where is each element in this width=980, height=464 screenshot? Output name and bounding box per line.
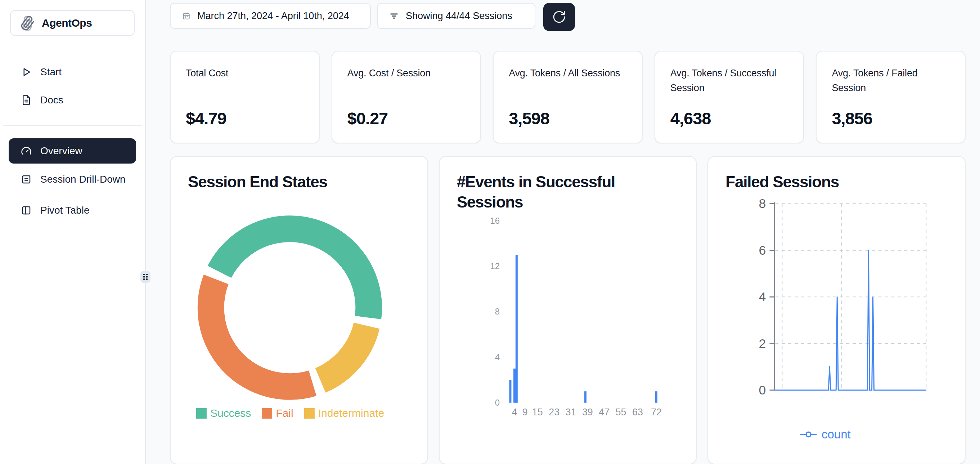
sidebar-item-docs[interactable]: Docs — [6, 90, 139, 110]
svg-text:72: 72 — [651, 407, 662, 418]
svg-text:15: 15 — [532, 407, 543, 418]
sidebar-item-start[interactable]: Start — [6, 62, 139, 82]
stat-card-avg-cost-session: Avg. Cost / Session $0.27 — [332, 51, 481, 144]
count-legend-label: count — [822, 427, 851, 441]
sidebar-resize-handle[interactable] — [140, 271, 151, 283]
sidebar: AgentOps Start Docs — [0, 0, 146, 464]
refresh-button[interactable] — [543, 3, 575, 31]
legend-item-success: Success — [196, 407, 251, 419]
file-text-icon — [21, 95, 32, 105]
events-histogram-card: #Events in Successful Sessions 048121649… — [439, 156, 697, 464]
donut-legend: Success Fail Indeterminate — [196, 407, 384, 419]
svg-text:0: 0 — [759, 383, 766, 397]
legend-item-fail: Fail — [262, 407, 293, 419]
donut-segment-fail — [198, 274, 317, 400]
svg-text:55: 55 — [615, 407, 626, 418]
sidebar-item-overview[interactable]: Overview — [9, 138, 136, 164]
point-marker-icon — [800, 431, 817, 438]
calendar-icon — [182, 12, 191, 20]
stat-card-avg-tokens-successful: Avg. Tokens / Successful Session 4,638 — [654, 51, 804, 144]
sidebar-item-label: Start — [40, 66, 62, 78]
stat-value: 4,638 — [670, 108, 789, 128]
stat-card-avg-tokens-all: Avg. Tokens / All Sessions 3,598 — [493, 51, 643, 144]
chart-title: Session End States — [188, 172, 397, 192]
date-range-label: March 27th, 2024 - April 10th, 2024 — [197, 10, 349, 22]
main-content: March 27th, 2024 - April 10th, 2024 Show… — [146, 0, 980, 464]
stat-label: Avg. Cost / Session — [347, 66, 466, 81]
svg-text:16: 16 — [490, 216, 500, 225]
sessions-filter-label: Showing 44/44 Sessions — [406, 10, 512, 22]
stat-value: 3,856 — [832, 108, 950, 128]
sidebar-item-label: Session Drill-Down — [40, 174, 126, 185]
count-legend: count — [800, 427, 851, 441]
svg-text:63: 63 — [632, 407, 643, 418]
donut-segment-indeterminate — [315, 323, 380, 393]
svg-text:9: 9 — [522, 407, 527, 418]
paperclips-icon — [20, 16, 35, 30]
stat-label: Avg. Tokens / Successful Session — [670, 66, 789, 96]
charts-row: Session End States Success Fail Indeterm… — [170, 156, 966, 464]
sidebar-menu-top: Start Docs — [6, 62, 139, 110]
stat-value: $4.79 — [186, 108, 304, 128]
legend-label: Success — [210, 407, 251, 419]
filter-lines-icon — [389, 11, 399, 21]
sidebar-item-label: Overview — [40, 145, 83, 157]
grip-dots-icon — [140, 271, 151, 283]
bar-x4 — [514, 368, 515, 403]
svg-text:47: 47 — [599, 407, 609, 418]
refresh-cw-icon — [552, 10, 567, 24]
dashboard-page: AgentOps Start Docs — [0, 0, 980, 464]
sidebar-item-label: Docs — [40, 94, 64, 106]
svg-text:0: 0 — [495, 398, 500, 407]
svg-text:12: 12 — [490, 261, 500, 271]
svg-text:2: 2 — [759, 336, 766, 351]
sidebar-menu-main: Overview Session Drill-Down Pivot Table — [6, 138, 139, 221]
svg-text:31: 31 — [565, 407, 576, 418]
session-end-states-card: Session End States Success Fail Indeterm… — [170, 156, 428, 464]
stat-card-total-cost: Total Cost $4.79 — [170, 51, 320, 144]
chart-title: Failed Sessions — [725, 172, 934, 192]
gauge-icon — [21, 145, 32, 156]
sidebar-divider — [3, 125, 142, 126]
chart-title: #Events in Successful Sessions — [457, 172, 666, 212]
legend-item-indeterminate: Indeterminate — [304, 407, 384, 419]
brand-name: AgentOps — [42, 17, 92, 29]
svg-text:8: 8 — [759, 196, 766, 211]
stat-label: Avg. Tokens / All Sessions — [509, 66, 627, 81]
bar-x72 — [655, 391, 657, 403]
failed-sessions-chart: 02468 — [708, 157, 965, 464]
topbar: March 27th, 2024 - April 10th, 2024 Show… — [170, 3, 966, 32]
stat-value: 3,598 — [509, 108, 627, 128]
bar-x5 — [515, 255, 518, 403]
success-swatch — [196, 408, 207, 419]
svg-text:39: 39 — [582, 407, 593, 418]
stats-row: Total Cost $4.79 Avg. Cost / Session $0.… — [170, 51, 966, 144]
svg-text:4: 4 — [495, 352, 500, 362]
stat-card-avg-tokens-failed: Avg. Tokens / Failed Session 3,856 — [816, 51, 966, 144]
fail-swatch — [262, 408, 272, 419]
bar-x2 — [509, 380, 511, 403]
stat-value: $0.27 — [347, 108, 466, 128]
play-icon — [21, 67, 32, 77]
donut-segment-success — [208, 215, 382, 319]
legend-label: Indeterminate — [318, 407, 384, 419]
count-series-line — [775, 250, 926, 390]
svg-text:23: 23 — [549, 407, 560, 418]
date-range-button[interactable]: March 27th, 2024 - April 10th, 2024 — [170, 3, 371, 29]
brand-logo[interactable]: AgentOps — [10, 10, 135, 36]
stat-label: Avg. Tokens / Failed Session — [832, 66, 950, 96]
sessions-filter-button[interactable]: Showing 44/44 Sessions — [377, 3, 535, 29]
indeterminate-swatch — [304, 408, 315, 419]
sidebar-item-session-drill-down[interactable]: Session Drill-Down — [6, 169, 139, 190]
svg-text:4: 4 — [759, 290, 766, 304]
panel-left-icon — [21, 205, 32, 216]
note-lines-icon — [21, 174, 32, 185]
legend-label: Fail — [276, 407, 293, 419]
svg-text:6: 6 — [759, 243, 766, 258]
svg-text:8: 8 — [495, 306, 500, 316]
svg-text:4: 4 — [512, 407, 517, 418]
sidebar-item-label: Pivot Table — [40, 205, 89, 216]
failed-sessions-card: Failed Sessions 02468 count — [708, 156, 966, 464]
sidebar-item-pivot-table[interactable]: Pivot Table — [6, 199, 139, 221]
stat-label: Total Cost — [186, 66, 304, 81]
